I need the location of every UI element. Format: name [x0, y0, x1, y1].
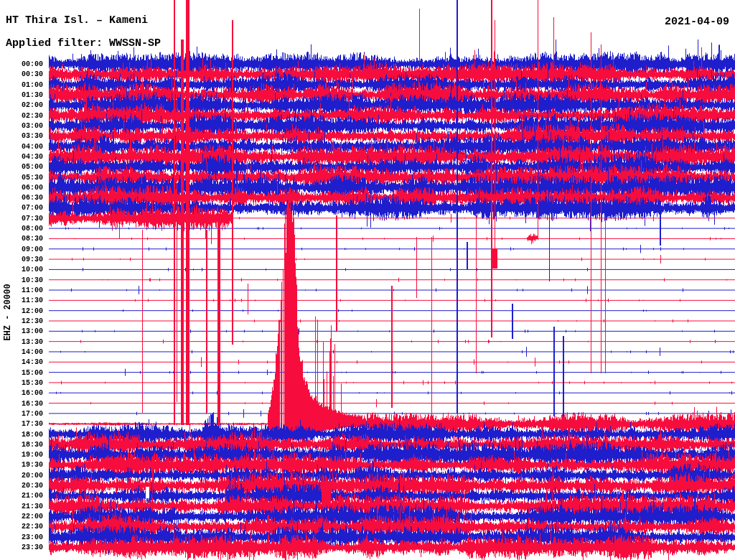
- time-label-1430: 14:30: [0, 358, 43, 366]
- time-label-0230: 02:30: [0, 112, 43, 120]
- time-label-1730: 17:30: [0, 420, 43, 428]
- helicorder-trace-canvas: [0, 0, 735, 560]
- time-label-1300: 13:00: [0, 327, 43, 335]
- time-label-2330: 23:30: [0, 543, 43, 551]
- time-label-1100: 11:00: [0, 286, 43, 294]
- time-label-0200: 02:00: [0, 101, 43, 109]
- time-label-1130: 11:30: [0, 297, 43, 304]
- time-label-0930: 09:30: [0, 256, 43, 263]
- time-label-1830: 18:30: [0, 441, 43, 449]
- time-label-0600: 06:00: [0, 184, 43, 192]
- time-label-0900: 09:00: [0, 246, 43, 253]
- time-label-0800: 08:00: [0, 225, 43, 233]
- time-label-2000: 20:00: [0, 472, 43, 480]
- time-label-1530: 15:30: [0, 379, 43, 387]
- time-label-2130: 21:30: [0, 503, 43, 510]
- time-label-1800: 18:00: [0, 431, 43, 439]
- time-label-1900: 19:00: [0, 451, 43, 459]
- time-label-0630: 06:30: [0, 194, 43, 202]
- time-label-0000: 00:00: [0, 60, 43, 68]
- time-label-1330: 13:30: [0, 338, 43, 346]
- applied-filter-label: Applied filter: WWSSN-SP: [6, 37, 161, 50]
- time-label-0830: 08:30: [0, 235, 43, 243]
- time-label-0100: 01:00: [0, 81, 43, 89]
- time-label-1600: 16:00: [0, 389, 43, 397]
- helicorder-page: HT Thira Isl. – Kameni Applied filter: W…: [0, 0, 735, 560]
- time-label-1230: 12:30: [0, 317, 43, 325]
- time-label-2230: 22:30: [0, 523, 43, 531]
- time-label-0030: 00:30: [0, 70, 43, 78]
- station-title: HT Thira Isl. – Kameni: [6, 14, 148, 27]
- time-label-0730: 07:30: [0, 215, 43, 223]
- time-label-0300: 03:00: [0, 122, 43, 130]
- time-label-1500: 15:00: [0, 369, 43, 377]
- time-label-1700: 17:00: [0, 410, 43, 418]
- time-label-0130: 01:30: [0, 91, 43, 99]
- time-label-2100: 21:00: [0, 492, 43, 500]
- time-label-0500: 05:00: [0, 163, 43, 171]
- time-label-1930: 19:30: [0, 461, 43, 469]
- time-label-1200: 12:00: [0, 307, 43, 315]
- time-label-2200: 22:00: [0, 513, 43, 521]
- time-label-1030: 10:30: [0, 276, 43, 284]
- time-label-2030: 20:30: [0, 482, 43, 490]
- time-label-1630: 16:30: [0, 400, 43, 408]
- time-label-0400: 04:00: [0, 143, 43, 151]
- time-label-2300: 23:00: [0, 533, 43, 541]
- time-label-0430: 04:30: [0, 153, 43, 161]
- time-label-0330: 03:30: [0, 132, 43, 140]
- plot-date: 2021-04-09: [665, 16, 729, 28]
- time-label-0530: 05:30: [0, 174, 43, 182]
- time-label-1000: 10:00: [0, 266, 43, 274]
- time-label-0700: 07:00: [0, 204, 43, 212]
- time-label-1400: 14:00: [0, 348, 43, 356]
